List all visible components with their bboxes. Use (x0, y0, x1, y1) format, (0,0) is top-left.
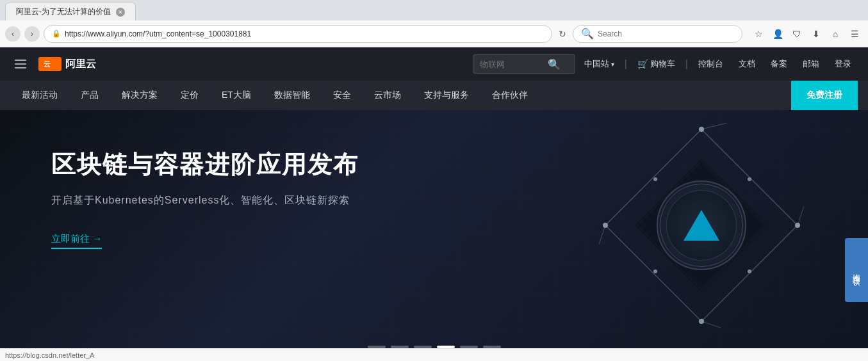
console-label: 控制台 (698, 58, 723, 70)
svg-line-12 (599, 225, 605, 245)
hero-cta-label: 立即前往 → (51, 233, 102, 245)
nav-label-latest-events: 最新活动 (22, 90, 58, 101)
browser-search-wrap[interactable]: 🔍 (573, 25, 742, 43)
cart-label: 购物车 (650, 58, 675, 70)
floating-btn-label: 咨询建议 (851, 268, 862, 273)
triangle-icon (684, 210, 719, 241)
shield-icon[interactable]: 🛡 (789, 26, 805, 42)
nav-item-products[interactable]: 产品 (69, 81, 110, 110)
home-icon[interactable]: ⌂ (827, 26, 844, 42)
backup-btn[interactable]: 备案 (764, 56, 794, 72)
bookmark-icon[interactable]: ☆ (750, 26, 767, 42)
svg-line-11 (701, 321, 721, 328)
register-btn[interactable]: 免费注册 (791, 81, 858, 110)
browser-search-input[interactable] (598, 29, 734, 38)
nav-label-products: 产品 (81, 90, 99, 101)
nav-label-partners: 合作伙伴 (492, 90, 528, 101)
diamond-container (599, 123, 804, 328)
login-btn[interactable]: 登录 (828, 56, 858, 72)
nav-label-et-brain: ET大脑 (222, 90, 251, 101)
hero-content: 区块链与容器进阶应用发布 开启基于Kubernetes的Serverless化、… (51, 148, 359, 249)
floating-consult-btn[interactable]: 咨询建议 (845, 238, 868, 302)
svg-point-16 (653, 269, 657, 273)
tab-bar: 阿里云-为了无法计算的价值 ✕ (0, 0, 868, 20)
top-search-input[interactable] (480, 60, 544, 69)
hamburger-line-1 (15, 60, 26, 61)
nav-item-solutions[interactable]: 解决方案 (110, 81, 169, 110)
top-search-bar[interactable]: 🔍 (473, 54, 575, 74)
menu-icon[interactable]: ☰ (846, 26, 863, 42)
svg-point-14 (748, 269, 751, 273)
aliyun-site: 云 阿里云 🔍 中国站 ▾ | 🛒 购物车 | 控制台 文档 (0, 47, 868, 361)
main-nav: 最新活动 产品 解决方案 定价 ET大脑 数据智能 安全 云市场 支持与服务 合… (0, 81, 868, 110)
hero-title: 区块链与容器进阶应用发布 (51, 148, 359, 181)
login-label: 登录 (835, 58, 851, 70)
reload-btn[interactable]: ↻ (556, 28, 569, 40)
register-label: 免费注册 (807, 90, 842, 100)
backup-label: 备案 (771, 58, 787, 70)
top-nav-right: 中国站 ▾ | 🛒 购物车 | 控制台 文档 备案 邮箱 登录 (578, 56, 858, 72)
aliyun-logo-icon: 云 (38, 57, 61, 71)
docs-label: 文档 (739, 58, 755, 70)
svg-line-9 (701, 123, 727, 129)
region-label: 中国站 (584, 58, 609, 70)
tab-close-btn[interactable]: ✕ (116, 8, 125, 17)
hamburger-line-2 (15, 63, 26, 65)
status-url: https://blog.csdn.net/letter_A (5, 351, 94, 359)
svg-point-13 (748, 177, 751, 181)
download-icon[interactable]: ⬇ (808, 26, 824, 42)
nav-label-security: 安全 (333, 90, 351, 101)
console-btn[interactable]: 控制台 (692, 56, 730, 72)
hero-banner: 区块链与容器进阶应用发布 开启基于Kubernetes的Serverless化、… (0, 110, 868, 361)
nav-item-partners[interactable]: 合作伙伴 (480, 81, 539, 110)
browser-chrome: 阿里云-为了无法计算的价值 ✕ ‹ › 🔒 ↻ 🔍 ☆ 👤 🛡 ⬇ ⌂ ☰ (0, 0, 868, 47)
nav-label-data-intelligence: 数据智能 (274, 90, 310, 101)
nav-item-latest-events[interactable]: 最新活动 (10, 81, 69, 110)
nav-label-marketplace: 云市场 (374, 90, 401, 101)
address-input[interactable] (65, 29, 544, 38)
svg-line-10 (798, 206, 804, 225)
cart-btn[interactable]: 🛒 购物车 (631, 56, 682, 72)
profile-icon[interactable]: 👤 (769, 26, 786, 42)
nav-divider-1: | (625, 58, 627, 70)
mail-btn[interactable]: 邮箱 (796, 56, 826, 72)
hamburger-btn[interactable] (10, 54, 31, 74)
gear-circle (657, 180, 746, 270)
chevron-down-icon: ▾ (611, 61, 614, 68)
logo-area[interactable]: 云 阿里云 (38, 57, 96, 71)
hero-graphic (599, 123, 817, 341)
mail-label: 邮箱 (803, 58, 819, 70)
browser-tools: ☆ 👤 🛡 ⬇ ⌂ ☰ (750, 26, 863, 42)
nav-divider-2: | (685, 58, 688, 70)
search-magnifier-icon[interactable]: 🔍 (548, 58, 561, 70)
active-tab[interactable]: 阿里云-为了无法计算的价值 ✕ (5, 3, 136, 20)
top-nav: 云 阿里云 🔍 中国站 ▾ | 🛒 购物车 | 控制台 文档 (0, 47, 868, 81)
nav-item-et-brain[interactable]: ET大脑 (210, 81, 263, 110)
nav-label-solutions: 解决方案 (122, 90, 158, 101)
docs-btn[interactable]: 文档 (732, 56, 762, 72)
hamburger-line-3 (15, 67, 26, 68)
nav-item-pricing[interactable]: 定价 (169, 81, 210, 110)
address-input-wrap[interactable]: 🔒 (44, 25, 552, 43)
status-bar: https://blog.csdn.net/letter_A (0, 348, 868, 361)
svg-point-15 (653, 177, 657, 181)
nav-item-security[interactable]: 安全 (322, 81, 363, 110)
region-selector[interactable]: 中国站 ▾ (578, 56, 621, 72)
forward-btn[interactable]: › (24, 26, 40, 42)
address-bar: ‹ › 🔒 ↻ 🔍 ☆ 👤 🛡 ⬇ ⌂ ☰ (0, 20, 868, 47)
back-btn[interactable]: ‹ (5, 26, 20, 42)
nav-label-pricing: 定价 (181, 90, 199, 101)
cart-icon: 🛒 (637, 59, 648, 69)
logo-text: 阿里云 (65, 58, 96, 71)
nav-label-support: 支持与服务 (424, 90, 469, 101)
nav-item-support[interactable]: 支持与服务 (413, 81, 480, 110)
tab-label: 阿里云-为了无法计算的价值 (16, 6, 111, 17)
search-icon: 🔍 (581, 28, 594, 40)
nav-item-marketplace[interactable]: 云市场 (363, 81, 413, 110)
nav-item-data-intelligence[interactable]: 数据智能 (263, 81, 322, 110)
hero-subtitle: 开启基于Kubernetes的Serverless化、智能化、区块链新探索 (51, 194, 359, 207)
hero-cta-btn[interactable]: 立即前往 → (51, 233, 102, 249)
lock-icon: 🔒 (52, 29, 61, 38)
svg-text:云: 云 (44, 60, 51, 68)
